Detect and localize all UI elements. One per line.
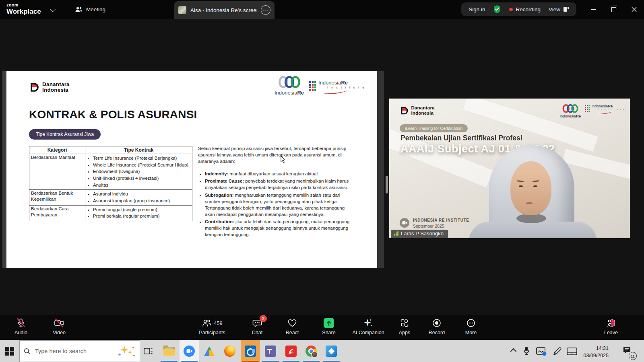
- chat-unread-badge: 3: [260, 315, 267, 322]
- google-drive-icon: [204, 346, 215, 356]
- presenter-illustration: [389, 99, 630, 238]
- tray-show-hidden-icons-chevron[interactable]: [510, 348, 517, 355]
- slide-left-border: [2, 71, 6, 268]
- start-button[interactable]: [5, 347, 14, 356]
- participants-button[interactable]: 459 Participants: [195, 318, 229, 335]
- tray-pen-icon[interactable]: [552, 347, 562, 358]
- institute-caption-date: September 2025: [413, 224, 469, 228]
- presenter-eye: [519, 185, 523, 187]
- principle-term: Subrogation:: [205, 193, 234, 197]
- connection-bars-icon: [394, 231, 398, 237]
- table-bullet: Endowment (Dwiguna): [93, 169, 190, 175]
- tray-microphone-icon[interactable]: [523, 346, 530, 357]
- outlook-icon: [245, 346, 256, 357]
- ai-companion-button[interactable]: AI Companion: [345, 318, 391, 335]
- audio-button[interactable]: Audio: [4, 318, 38, 335]
- table-bullet: Term Life Insurance (Proteksi Berjangka): [93, 155, 190, 161]
- principle-term: Contribution:: [205, 219, 234, 224]
- search-input[interactable]: [34, 348, 114, 355]
- mouse-cursor: [281, 156, 286, 163]
- security-shield-icon[interactable]: [493, 5, 501, 14]
- taskbar-app-chrome[interactable]: [301, 340, 321, 362]
- danantara-logo: Danantara Indonesia: [29, 82, 70, 93]
- video-panel-scrollbar[interactable]: [386, 176, 388, 193]
- notification-count-badge: 11: [629, 352, 637, 360]
- principle-item: Subrogation: mengharuskan tertanggung me…: [205, 192, 351, 218]
- taskbar-app-google-drive[interactable]: [200, 340, 219, 362]
- minimize-button[interactable]: [584, 0, 604, 19]
- taskbar-app-teams[interactable]: [261, 340, 280, 362]
- table-bullet: Asuransi individu: [93, 191, 190, 197]
- audio-label: Audio: [14, 330, 27, 335]
- leave-label: Leave: [604, 330, 618, 335]
- taskbar-search[interactable]: [19, 340, 140, 362]
- principle-desc: manfaat dibayarkan sesuai kerugian aktua…: [229, 171, 319, 176]
- close-icon: [632, 7, 637, 12]
- principle-item: Contribution: jika ada lebih dari satu p…: [205, 218, 351, 238]
- speaker-name: Laras P Sasongko: [401, 230, 444, 237]
- tab-meeting-label: Meeting: [86, 6, 105, 12]
- more-ellipsis-icon: [466, 319, 475, 327]
- microphone-muted-icon: [17, 318, 25, 328]
- heart-icon: [287, 319, 297, 327]
- react-button[interactable]: React: [275, 318, 309, 335]
- tab-shared-screen[interactable]: Alsa - Indonesia Re's screen: [174, 1, 275, 19]
- slide-topic-pill: Tipe Kontrak Asuransi Jiwa: [29, 129, 101, 140]
- acrobat-icon: [285, 346, 297, 357]
- presenter-face: [510, 161, 551, 215]
- share-screen-icon: [324, 318, 334, 328]
- principles-intro: Selain keempat prinsip asuransi jiwa ter…: [198, 145, 351, 165]
- taskbar-app-firefox[interactable]: [220, 340, 239, 362]
- table-header-kategori: Kategori: [29, 146, 85, 154]
- table-bullet: Anuitas: [93, 182, 190, 188]
- recording-label: Recording: [516, 6, 541, 12]
- principle-item: Indemnity: manfaat dibayarkan sesuai ker…: [205, 171, 351, 177]
- tab-meeting[interactable]: Meeting: [71, 0, 109, 19]
- teams-icon: [265, 346, 276, 357]
- close-button[interactable]: [624, 0, 644, 19]
- apps-icon: [400, 319, 409, 327]
- firefox-icon: [224, 346, 235, 357]
- record-button[interactable]: Record: [420, 318, 454, 335]
- danantara-wordmark-line2: Indonesia: [42, 87, 70, 93]
- recording-indicator[interactable]: Recording: [509, 6, 541, 12]
- meeting-people-icon: [75, 6, 83, 13]
- apps-button[interactable]: Apps: [388, 318, 421, 335]
- taskbar-app-acrobat[interactable]: [281, 340, 301, 362]
- speaker-name-tag: Laras P Sasongko: [391, 230, 448, 238]
- restore-button[interactable]: [604, 0, 624, 19]
- row-items: Term Life Insurance (Proteksi Berjangka)…: [85, 154, 192, 190]
- taskbar-app-file-explorer[interactable]: [159, 340, 179, 362]
- window-controls: [584, 0, 644, 19]
- indonesiare-institute-logo: IndonesiaRe I n s t i t u t e: [309, 80, 365, 94]
- zoom-workplace-logo[interactable]: zoom Workplace: [6, 3, 41, 15]
- tray-screenshare-icon[interactable]: [536, 347, 547, 358]
- tab-options-ellipsis-icon[interactable]: [261, 5, 270, 15]
- taskbar-clock[interactable]: 14:31 03/09/2025: [572, 345, 609, 359]
- share-button[interactable]: Share: [312, 318, 346, 335]
- leave-button[interactable]: Leave: [594, 318, 628, 335]
- participants-icon: [202, 319, 211, 327]
- video-button[interactable]: Video: [42, 318, 76, 335]
- danantara-wordmark-line1: Danantara: [42, 82, 70, 87]
- video-camera-icon: [400, 218, 409, 228]
- speaker-video-tile[interactable]: Pembekalan Ujian Sertifikasi Profesi AAA…: [389, 99, 630, 238]
- share-label: Share: [322, 330, 335, 335]
- presenter-lips: [526, 202, 533, 204]
- notification-center-button[interactable]: 11: [622, 346, 633, 358]
- presenter-shoulders: [469, 222, 597, 238]
- task-view-button[interactable]: [143, 347, 153, 357]
- taskbar-app-zoom[interactable]: [180, 340, 199, 362]
- chat-button[interactable]: 3 Chat: [240, 318, 274, 335]
- recording-dot-icon: [509, 8, 513, 11]
- taskbar-app-outlook[interactable]: [241, 340, 260, 362]
- tab-shared-screen-label: Alsa - Indonesia Re's screen: [190, 7, 257, 13]
- windows-taskbar: 14:31 03/09/2025 11: [0, 340, 644, 362]
- sign-in-button[interactable]: Sign in: [469, 6, 485, 12]
- view-button[interactable]: View: [549, 6, 569, 12]
- record-icon: [432, 319, 441, 327]
- workspace-chevron-down-icon[interactable]: [50, 6, 56, 12]
- more-button[interactable]: More: [454, 318, 488, 335]
- view-label: View: [549, 6, 560, 12]
- taskbar-app-photos[interactable]: [322, 340, 341, 362]
